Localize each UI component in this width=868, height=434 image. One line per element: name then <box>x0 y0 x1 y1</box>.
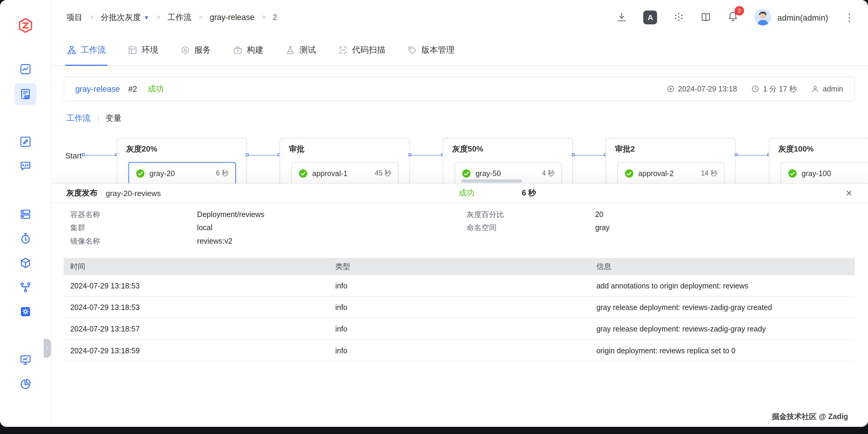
tab-label: 构建 <box>247 44 264 55</box>
job-detail-status: 成功 <box>459 188 474 198</box>
pipeline-icon <box>20 281 32 293</box>
tab-environment[interactable]: 环境 <box>128 34 158 65</box>
notifications-button[interactable]: 2 <box>727 10 739 24</box>
info-value: local <box>197 221 467 235</box>
log-time: 2024-07-29 13:18:53 <box>64 303 329 311</box>
job-card-gray-100[interactable]: gray-100 <box>780 162 868 184</box>
log-type: info <box>329 303 590 311</box>
job-detail-header: 灰度发布 gray-20-reviews 成功 6 秒 ✕ <box>52 184 868 203</box>
svg-text:PM: PM <box>25 96 29 98</box>
subtab-variables[interactable]: 变量 <box>105 113 122 123</box>
stage-connector <box>410 155 443 156</box>
stage-title: 审批 <box>280 138 409 155</box>
run-operator: admin <box>811 85 843 93</box>
zadig-logo <box>17 17 34 34</box>
artifacts-icon <box>20 208 32 220</box>
environment-icon <box>128 45 137 54</box>
log-col-time: 时间 <box>64 261 329 271</box>
job-card-approval-2[interactable]: approval-2 14 秒 <box>617 162 724 184</box>
docs-icon <box>700 12 711 23</box>
apps-icon <box>674 12 684 23</box>
sidebar-item-release-plan[interactable] <box>14 131 36 153</box>
info-label: 镜像名称 <box>70 235 197 248</box>
tab-label: 工作流 <box>81 44 105 55</box>
notification-badge: 2 <box>735 6 744 15</box>
stage-title: 审批2 <box>606 138 735 155</box>
breadcrumb-separator: > <box>261 13 266 21</box>
stage-connector <box>573 155 606 156</box>
tab-version-management[interactable]: 版本管理 <box>407 34 454 65</box>
service-icon <box>181 45 190 54</box>
sidebar-item-settings[interactable] <box>14 301 36 323</box>
job-card-approval-1[interactable]: approval-1 45 秒 <box>291 162 398 184</box>
screenshot-stage: PM <box>0 0 868 434</box>
log-type: info <box>329 282 590 290</box>
sidebar-item-timer[interactable] <box>14 227 36 250</box>
projects-icon: PM <box>20 88 32 100</box>
sidebar-item-feedback[interactable] <box>14 155 36 177</box>
tab-label: 环境 <box>142 44 158 55</box>
log-message: origin deployment: reviews replica set t… <box>590 346 855 354</box>
log-message: gray release deployment: reviews-zadig-g… <box>590 324 855 333</box>
breadcrumb-project-name[interactable]: 分批次灰度 ▼ <box>101 12 149 23</box>
sidebar-item-package[interactable] <box>14 252 36 274</box>
breadcrumb-workflow-name[interactable]: gray-release <box>210 13 254 22</box>
user-menu[interactable]: admin(admin) <box>755 9 828 26</box>
tab-build[interactable]: 构建 <box>233 34 264 65</box>
run-status: 成功 <box>148 84 164 94</box>
more-menu-button[interactable]: ⋮ <box>844 12 855 23</box>
insight-icon <box>20 378 32 390</box>
subtab-workflow[interactable]: 工作流 <box>66 113 91 123</box>
breadcrumb-separator: > <box>156 13 160 21</box>
tab-test[interactable]: 测试 <box>286 34 316 65</box>
pipeline-start-label: Start <box>65 151 82 160</box>
watermark: 掘金技术社区 @ Zadig <box>772 412 848 422</box>
breadcrumb-separator: > <box>90 13 94 21</box>
main-area: 项目 > 分批次灰度 ▼ > 工作流 > gray-release > 2 <box>52 0 868 427</box>
subtab-divider <box>98 114 98 122</box>
sidebar-item-pipeline[interactable] <box>14 276 36 298</box>
apps-button[interactable] <box>674 12 684 23</box>
run-duration: 1 分 17 秒 <box>751 84 797 94</box>
close-icon[interactable]: ✕ <box>845 188 852 198</box>
tab-service[interactable]: 服务 <box>181 34 211 65</box>
success-check-icon <box>136 168 145 178</box>
info-label: 集群 <box>70 221 197 235</box>
sidebar-item-insight[interactable] <box>14 373 36 395</box>
timer-icon <box>20 232 32 245</box>
sidebar-collapse-handle[interactable]: › <box>44 339 51 358</box>
download-button[interactable] <box>616 12 627 23</box>
pipeline-scrollbar[interactable] <box>461 179 522 183</box>
workflow-run-content: gray-release #2 成功 2024-07-29 13:18 1 分 … <box>52 66 868 427</box>
top-header: 项目 > 分批次灰度 ▼ > 工作流 > gray-release > 2 <box>52 0 868 34</box>
job-name: approval-2 <box>638 169 674 178</box>
language-button[interactable]: A <box>644 10 657 24</box>
stage-connector <box>247 155 279 156</box>
sidebar-item-projects[interactable]: PM <box>14 83 36 105</box>
package-icon <box>20 257 32 269</box>
tab-workflow[interactable]: 工作流 <box>67 34 106 65</box>
dashboard-icon <box>20 63 32 75</box>
stage-title: 灰度100% <box>769 138 868 155</box>
header-actions: A 2 admi <box>616 9 855 26</box>
breadcrumb-workflows[interactable]: 工作流 <box>167 12 192 23</box>
stage-title: 灰度50% <box>443 138 572 155</box>
docs-button[interactable] <box>700 12 711 23</box>
run-start-time: 2024-07-29 13:18 <box>666 85 737 93</box>
run-workflow-name[interactable]: gray-release <box>75 84 120 93</box>
sidebar-item-monitor[interactable] <box>14 349 36 371</box>
monitor-icon <box>20 353 32 366</box>
job-info-grid: 容器名称 Deployment/reviews 灰度百分比 20 集群 loca… <box>52 208 868 248</box>
sidebar-item-artifacts[interactable] <box>14 203 36 225</box>
job-card-gray-20[interactable]: gray-20 6 秒 <box>128 162 236 184</box>
sidebar-item-dashboard[interactable] <box>14 58 36 80</box>
caret-down-icon: ▼ <box>144 14 149 20</box>
breadcrumb-run-number: 2 <box>273 13 277 22</box>
tab-code-scan[interactable]: 代码扫描 <box>338 34 385 65</box>
breadcrumb-projects[interactable]: 项目 <box>66 12 83 23</box>
stage-connector <box>83 155 117 156</box>
release-plan-icon <box>20 136 32 148</box>
stage-connector <box>736 155 769 156</box>
download-icon <box>616 12 627 23</box>
log-type: info <box>329 324 590 333</box>
